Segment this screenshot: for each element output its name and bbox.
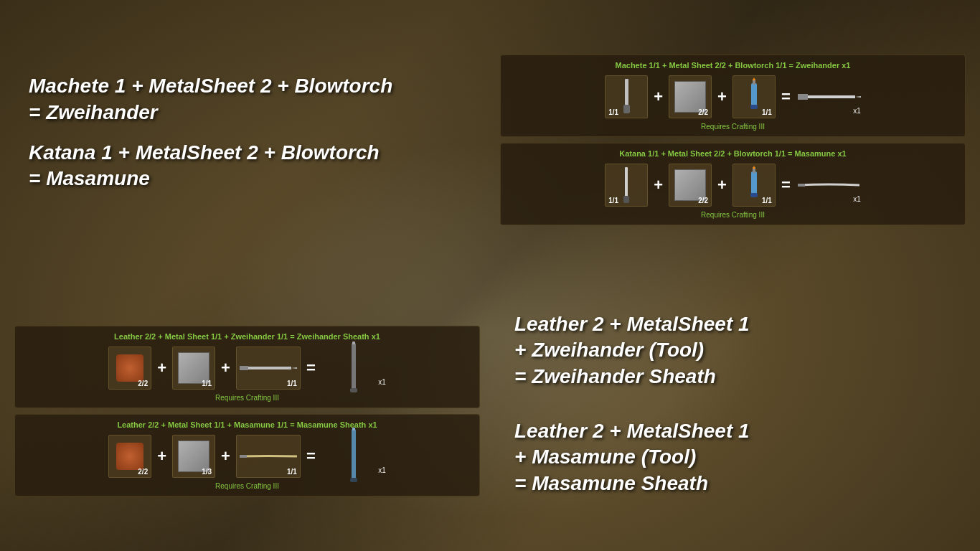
recipe-text-1-line2: = Zweihander [29,100,466,126]
equals-op-2: = [781,176,791,194]
svg-marker-18 [291,367,297,369]
svg-rect-21 [352,342,355,344]
svg-rect-25 [352,428,355,430]
svg-rect-11 [751,171,757,194]
masamune-sheath-panel: Leather 2/2 + Metal Sheet 1/1 + Masamune… [14,414,480,496]
recipe-text-4-line2: + Masamune (Tool) [514,444,951,470]
leather-icon-1 [116,354,143,382]
recipe-text-4-line3: = Masamune Sheath [514,471,951,496]
recipe-text-block-3: Leather 2 + MetalSheet 1 + Zweihander (T… [514,311,951,390]
plus-op-6: + [221,359,230,377]
recipe-text-2-line1: Katana 1 + MetalSheet 2 + Blowtorch [29,140,466,166]
metalsheet-slot-1: 2/2 [669,75,712,118]
zweihander-sheath-panel: Leather 2/2 + Metal Sheet 1/1 + Zweihand… [14,326,480,408]
metalsheet-count-1: 2/2 [698,108,708,116]
equals-op-1: = [781,88,791,106]
metalsheet-count-3: 1/1 [202,380,212,387]
svg-rect-20 [350,388,357,392]
masamune-sheath-result-slot: x1 [321,438,386,474]
zweihander-panel-row: 1/1 + 2/2 + 1/1 [509,75,956,118]
masamune-sheath-count: x1 [378,466,386,474]
katana-count: 1/1 [608,197,618,204]
leather-slot-2: 2/2 [108,435,151,478]
masamune-tool-count: 1/1 [287,468,297,476]
zweihander-sheath-result-slot: x1 [321,350,386,386]
zweihander-tool-slot: 1/1 [236,347,301,390]
top-left-recipes: Machete 1 + MetalSheet 2 + Blowtorch = Z… [7,7,487,273]
zweihander-panel-footer: Requires Crafting III [509,123,956,131]
blowtorch-icon-1 [746,77,762,117]
masamune-result-slot: x1 [796,167,861,203]
zweihander-result-slot: x1 [796,79,861,115]
svg-marker-5 [753,77,755,80]
top-right-panels: Machete 1/1 + Metal Sheet 2/2 + Blowtorc… [493,7,973,273]
svg-rect-19 [352,343,356,392]
leather-slot-1: 2/2 [108,347,151,390]
svg-rect-12 [750,193,758,197]
masamune-result-icon [796,178,861,192]
zweihander-result-count: x1 [853,107,861,115]
plus-op-3: + [654,176,663,194]
metalsheet-count-4: 1/3 [202,468,212,476]
plus-op-5: + [157,359,166,377]
recipe-text-3-line2: + Zweihander (Tool) [514,337,951,363]
svg-rect-2 [751,83,757,106]
zweihander-result-icon [796,90,861,104]
leather-count-1: 2/2 [138,380,148,387]
recipe-text-block-2: Katana 1 + MetalSheet 2 + Blowtorch = Ma… [29,140,466,192]
masamune-panel-row: 1/1 + 2/2 + 1/1 [509,164,956,207]
machete-slot: 1/1 [605,75,648,118]
zweihander-tool-icon [240,364,297,372]
zweihander-sheath-count: x1 [378,378,386,386]
metalsheet-count-2: 2/2 [698,197,708,204]
equals-op-3: = [306,359,316,377]
svg-rect-22 [240,455,247,458]
leather-count-2: 2/2 [138,468,148,476]
svg-rect-24 [350,478,357,482]
bottom-right-recipes: Leather 2 + MetalSheet 1 + Zweihander (T… [493,278,973,544]
recipe-text-2-line2: = Masamune [29,166,466,192]
recipe-text-4-line1: Leather 2 + MetalSheet 1 [514,418,951,444]
masamune-recipe-panel: Katana 1/1 + Metal Sheet 2/2 + Blowtorch… [500,143,966,225]
plus-op-7: + [157,447,166,466]
svg-rect-17 [240,366,248,370]
bottom-left-panels: Leather 2/2 + Metal Sheet 1/1 + Zweihand… [7,278,487,544]
blowtorch-slot-1: 1/1 [732,75,776,118]
svg-rect-1 [623,105,630,113]
svg-rect-9 [625,167,628,197]
svg-marker-14 [753,166,755,169]
metalsheet-slot-3: 1/1 [172,347,215,390]
svg-rect-10 [623,196,629,203]
masamune-panel-title: Katana 1/1 + Metal Sheet 2/2 + Blowtorch… [509,149,956,158]
zweihander-sheath-row: 2/2 + 1/1 + 1/1 = [24,347,471,390]
blowtorch-icon-2 [746,166,762,205]
metalsheet-slot-4: 1/3 [172,435,215,478]
machete-count: 1/1 [608,108,618,116]
zweihander-recipe-panel: Machete 1/1 + Metal Sheet 2/2 + Blowtorc… [500,55,966,137]
masamune-result-count: x1 [853,195,861,203]
recipe-text-3-line3: = Zweihander Sheath [514,364,951,390]
svg-rect-3 [750,105,758,109]
katana-slot: 1/1 [605,164,648,207]
masamune-sheath-row: 2/2 + 1/3 + 1/1 = [24,435,471,478]
blowtorch-count-1: 1/1 [762,108,772,116]
recipe-text-3-line1: Leather 2 + MetalSheet 1 [514,311,951,337]
katana-icon [621,166,632,205]
zweihander-sheath-icon [347,342,361,395]
masamune-tool-icon [240,452,297,461]
svg-rect-15 [798,184,805,187]
masamune-tool-slot: 1/1 [236,435,301,478]
plus-op-2: + [717,88,727,106]
leather-icon-2 [116,443,143,470]
zweihander-sheath-footer: Requires Crafting III [24,394,471,402]
metalsheet-slot-2: 2/2 [669,164,712,207]
recipe-text-block-4: Leather 2 + MetalSheet 1 + Masamune (Too… [514,418,951,496]
plus-op-8: + [221,447,230,466]
recipe-text-1-line1: Machete 1 + MetalSheet 2 + Blowtorch [29,73,466,99]
plus-op-4: + [717,176,727,194]
svg-marker-8 [855,96,861,98]
recipe-text-block-1: Machete 1 + MetalSheet 2 + Blowtorch = Z… [29,73,466,126]
blowtorch-count-2: 1/1 [762,197,772,204]
masamune-sheath-icon [347,428,361,485]
masamune-sheath-panel-title: Leather 2/2 + Metal Sheet 1/1 + Masamune… [24,420,471,429]
